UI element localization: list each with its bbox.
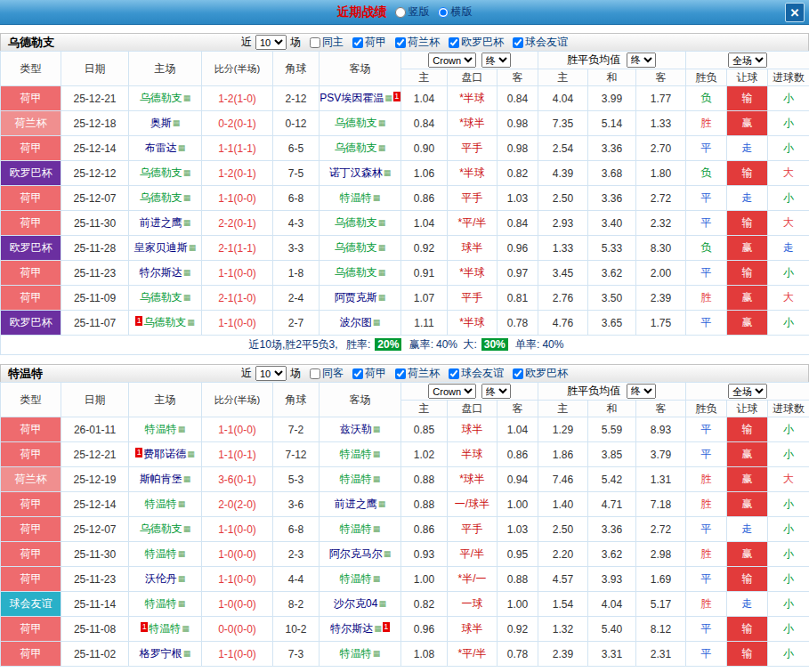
horizontal-radio[interactable] bbox=[438, 7, 449, 18]
home-team-link[interactable]: 前进之鹰 bbox=[140, 216, 182, 229]
close-button[interactable]: ✕ bbox=[785, 3, 805, 22]
team-analysis-icon[interactable] bbox=[172, 117, 181, 129]
away-team-link[interactable]: 沙尔克04 bbox=[334, 597, 377, 610]
team-analysis-icon[interactable] bbox=[182, 92, 191, 104]
team-analysis-icon[interactable] bbox=[372, 572, 381, 585]
away-team-link[interactable]: 特温特 bbox=[340, 572, 372, 585]
home-team-link[interactable]: 斯帕肯堡 bbox=[140, 473, 182, 485]
team-analysis-icon[interactable] bbox=[377, 498, 386, 510]
bookmaker-select[interactable]: Crown bbox=[428, 53, 476, 68]
away-team-link[interactable]: 特尔斯达 bbox=[330, 622, 373, 635]
team-analysis-icon[interactable] bbox=[377, 291, 386, 304]
club-friendly-checkbox[interactable] bbox=[449, 368, 459, 379]
filter-knvb-cup[interactable]: 荷兰杯 bbox=[395, 366, 440, 381]
team-analysis-icon[interactable] bbox=[384, 92, 392, 104]
filter-club-friendly[interactable]: 球会友谊 bbox=[513, 35, 568, 50]
view-vertical-option[interactable]: 竖版 bbox=[395, 4, 430, 20]
away-team-link[interactable]: 特温特 bbox=[340, 473, 372, 485]
team-analysis-icon[interactable] bbox=[373, 622, 382, 635]
team-analysis-icon[interactable] bbox=[182, 266, 191, 279]
avg-stage-select[interactable]: 终 bbox=[627, 384, 656, 399]
same-away-checkbox[interactable] bbox=[310, 368, 320, 379]
team-analysis-icon[interactable] bbox=[377, 142, 386, 154]
eredivisie-checkbox[interactable] bbox=[352, 37, 363, 48]
home-team-link[interactable]: 特温特 bbox=[149, 622, 181, 635]
team-analysis-icon[interactable] bbox=[177, 547, 186, 560]
filter-knvb-cup[interactable]: 荷兰杯 bbox=[395, 35, 440, 50]
away-team-link[interactable]: 波尔图 bbox=[340, 316, 372, 328]
filter-europa-league[interactable]: 欧罗巴杯 bbox=[449, 35, 504, 50]
team-analysis-icon[interactable] bbox=[177, 423, 186, 435]
bookmaker-select[interactable]: Crown bbox=[428, 384, 476, 399]
team-analysis-icon[interactable] bbox=[377, 216, 386, 229]
home-team-link[interactable]: 格罗宁根 bbox=[140, 647, 182, 660]
home-team-link[interactable]: 布雷达 bbox=[145, 142, 177, 154]
team-analysis-icon[interactable] bbox=[182, 473, 191, 485]
match-count-select[interactable]: 10 bbox=[255, 366, 287, 381]
away-team-link[interactable]: 特温特 bbox=[340, 522, 372, 535]
home-team-link[interactable]: 乌德勒支 bbox=[140, 291, 182, 304]
filter-eredivisie[interactable]: 荷甲 bbox=[352, 35, 386, 50]
team-analysis-icon[interactable] bbox=[177, 597, 186, 610]
team-analysis-icon[interactable] bbox=[377, 241, 386, 254]
away-team-link[interactable]: 阿贾克斯 bbox=[335, 291, 377, 304]
team-analysis-icon[interactable] bbox=[377, 597, 386, 610]
match-count-select[interactable]: 10 bbox=[255, 35, 287, 50]
home-team-link[interactable]: 乌德勒支 bbox=[140, 166, 182, 179]
team-analysis-icon[interactable] bbox=[182, 291, 191, 304]
team-analysis-icon[interactable] bbox=[372, 473, 381, 485]
home-team-link[interactable]: 奥斯 bbox=[150, 117, 172, 129]
view-horizontal-option[interactable]: 横版 bbox=[438, 4, 473, 20]
team-analysis-icon[interactable] bbox=[383, 547, 392, 560]
team-analysis-icon[interactable] bbox=[182, 166, 191, 179]
team-analysis-icon[interactable] bbox=[177, 498, 186, 510]
knvb-cup-checkbox[interactable] bbox=[395, 368, 406, 379]
away-team-link[interactable]: 乌德勒支 bbox=[335, 142, 377, 154]
away-team-link[interactable]: 乌德勒支 bbox=[335, 266, 377, 279]
odds-stage-select[interactable]: 终 bbox=[481, 384, 511, 399]
home-team-link[interactable]: 特温特 bbox=[145, 547, 177, 560]
away-team-link[interactable]: 特温特 bbox=[340, 191, 372, 204]
vertical-radio[interactable] bbox=[395, 7, 406, 18]
home-team-link[interactable]: 乌德勒支 bbox=[140, 92, 182, 104]
filter-same-away[interactable]: 同客 bbox=[310, 366, 344, 381]
home-team-link[interactable]: 乌德勒支 bbox=[140, 191, 182, 204]
club-friendly-checkbox[interactable] bbox=[513, 37, 523, 48]
team-analysis-icon[interactable] bbox=[177, 572, 186, 585]
avg-stage-select[interactable]: 终 bbox=[627, 53, 656, 68]
odds-stage-select[interactable]: 终 bbox=[481, 53, 511, 68]
filter-club-friendly[interactable]: 球会友谊 bbox=[449, 366, 504, 381]
home-team-link[interactable]: 特温特 bbox=[145, 423, 177, 435]
away-team-link[interactable]: 阿尔克马尔 bbox=[329, 547, 383, 560]
home-team-link[interactable]: 乌德勒支 bbox=[143, 316, 186, 328]
match-scope-select[interactable]: 全场 bbox=[728, 384, 767, 399]
team-analysis-icon[interactable] bbox=[372, 522, 381, 535]
team-analysis-icon[interactable] bbox=[383, 166, 392, 179]
away-team-link[interactable]: 特温特 bbox=[340, 448, 372, 460]
europa-league-checkbox[interactable] bbox=[449, 37, 459, 48]
home-team-link[interactable]: 皇家贝迪斯 bbox=[134, 241, 188, 254]
away-team-link[interactable]: 前进之鹰 bbox=[335, 498, 377, 510]
team-analysis-icon[interactable] bbox=[188, 241, 197, 254]
team-analysis-icon[interactable] bbox=[372, 647, 381, 660]
team-analysis-icon[interactable] bbox=[182, 522, 191, 535]
home-team-link[interactable]: 乌德勒支 bbox=[140, 522, 182, 535]
home-team-link[interactable]: 特尔斯达 bbox=[140, 266, 182, 279]
away-team-link[interactable]: 诺丁汉森林 bbox=[329, 166, 383, 179]
team-analysis-icon[interactable] bbox=[377, 117, 386, 129]
team-analysis-icon[interactable] bbox=[186, 316, 195, 328]
away-team-link[interactable]: 乌德勒支 bbox=[335, 216, 377, 229]
match-scope-select[interactable]: 全场 bbox=[728, 53, 767, 68]
team-analysis-icon[interactable] bbox=[372, 423, 381, 435]
team-analysis-icon[interactable] bbox=[377, 266, 386, 279]
team-analysis-icon[interactable] bbox=[372, 191, 381, 204]
knvb-cup-checkbox[interactable] bbox=[395, 37, 406, 48]
team-analysis-icon[interactable] bbox=[186, 448, 195, 460]
home-team-link[interactable]: 费耶诺德 bbox=[143, 448, 186, 460]
home-team-link[interactable]: 沃伦丹 bbox=[145, 572, 177, 585]
home-team-link[interactable]: 特温特 bbox=[145, 597, 177, 610]
team-analysis-icon[interactable] bbox=[372, 448, 381, 460]
away-team-link[interactable]: PSV埃因霍温 bbox=[320, 92, 384, 104]
team-analysis-icon[interactable] bbox=[182, 216, 191, 229]
team-analysis-icon[interactable] bbox=[182, 647, 191, 660]
